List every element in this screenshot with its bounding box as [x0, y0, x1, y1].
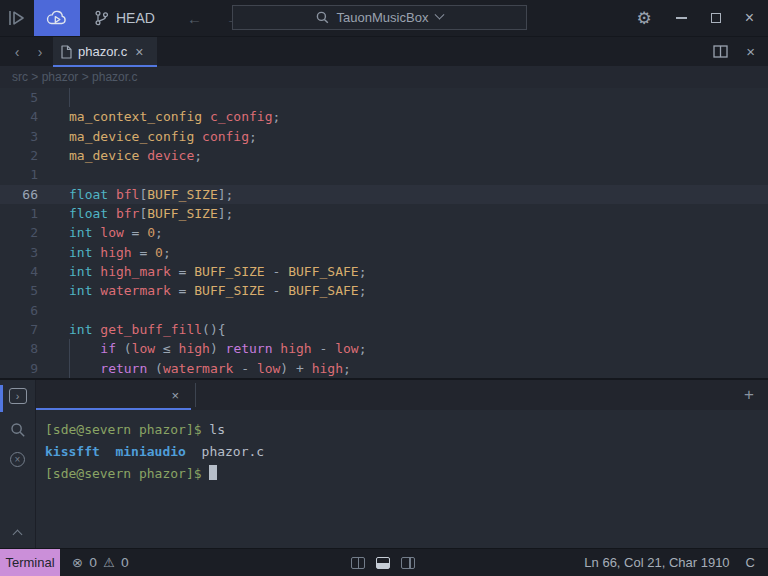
code-text[interactable]: return (watermark - low) + high; — [69, 359, 768, 378]
code-line[interactable]: 5int watermark = BUFF_SIZE - BUFF_SAFE; — [0, 281, 768, 300]
indent-guide — [69, 339, 70, 358]
search-panel-icon[interactable] — [10, 422, 26, 438]
close-icon[interactable]: × — [745, 13, 754, 23]
maximize-icon[interactable] — [711, 13, 721, 23]
code-text[interactable]: ma_device device; — [69, 146, 768, 165]
code-text[interactable]: int watermark = BUFF_SIZE - BUFF_SAFE; — [69, 281, 768, 300]
toggle-bottom-panel-icon[interactable] — [376, 557, 390, 569]
line-number: 6 — [0, 301, 40, 320]
workspace-name: TauonMusicBox — [337, 10, 429, 25]
code-line[interactable]: 6 — [0, 301, 768, 320]
problems-panel-icon[interactable]: × — [10, 452, 25, 467]
code-text[interactable] — [69, 88, 768, 107]
code-text[interactable]: if (low ≤ high) return high - low; — [69, 339, 768, 358]
code-line[interactable]: 1float bfr[BUFF_SIZE]; — [0, 204, 768, 223]
code-line[interactable]: 3ma_device_config config; — [0, 127, 768, 146]
code-text[interactable]: ma_device_config config; — [69, 127, 768, 146]
language-mode[interactable]: C — [746, 555, 755, 570]
toggle-left-panel-icon[interactable] — [351, 557, 365, 569]
code-line[interactable]: 4int high_mark = BUFF_SIZE - BUFF_SAFE; — [0, 262, 768, 281]
terminal-cursor — [209, 465, 217, 480]
toggle-right-panel-icon[interactable] — [401, 557, 415, 569]
code-text[interactable]: ma_context_config c_config; — [69, 107, 768, 126]
active-panel-indicator — [0, 385, 3, 412]
split-editor-icon[interactable] — [713, 45, 728, 58]
tab-close-icon[interactable]: × — [135, 44, 143, 60]
diagnostics[interactable]: ⊗ 0 ⚠ 0 — [72, 555, 129, 570]
status-bar: Terminal ⊗ 0 ⚠ 0 Ln 66, Col 21, Char 191… — [0, 548, 768, 576]
indent-guide — [69, 88, 70, 107]
code-text[interactable] — [69, 301, 768, 320]
git-branch-icon — [94, 10, 109, 26]
tab-prev-icon[interactable]: ‹ — [10, 44, 24, 60]
git-branch-control[interactable]: HEAD — [94, 10, 155, 26]
line-number: 1 — [0, 165, 40, 184]
terminal-tab[interactable]: × — [36, 380, 195, 410]
editor-close-icon[interactable]: × — [746, 43, 755, 60]
code-line[interactable]: 66float bfl[BUFF_SIZE]; — [0, 185, 768, 204]
terminal-line: kissfft miniaudio phazor.c — [45, 441, 768, 463]
code-line[interactable]: 2int low = 0; — [0, 223, 768, 242]
code-text[interactable]: int high = 0; — [69, 243, 768, 262]
code-line[interactable]: 2ma_device device; — [0, 146, 768, 165]
terminal-output[interactable]: [sde@severn phazor]$ lskissfft miniaudio… — [36, 410, 768, 548]
line-number: 3 — [0, 127, 40, 146]
errors-icon: ⊗ — [72, 555, 83, 570]
app-logo-icon — [0, 9, 34, 27]
code-text[interactable]: float bfl[BUFF_SIZE]; — [69, 185, 768, 204]
code-line[interactable]: 8 if (low ≤ high) return high - low; — [0, 339, 768, 358]
indent-guide — [69, 359, 70, 378]
mode-badge: Terminal — [0, 549, 60, 576]
code-line[interactable]: 1 — [0, 165, 768, 184]
cloud-play-icon — [45, 9, 69, 27]
gear-icon[interactable]: ⚙ — [636, 8, 651, 28]
code-text[interactable]: int get_buff_fill(){ — [69, 320, 768, 339]
cursor-position[interactable]: Ln 66, Col 21, Char 1910 — [584, 555, 729, 570]
code-line[interactable]: 7int get_buff_fill(){ — [0, 320, 768, 339]
code-text[interactable]: float bfr[BUFF_SIZE]; — [69, 204, 768, 223]
breadcrumb: src > phazor > phazor.c — [0, 66, 768, 88]
code-text[interactable]: int low = 0; — [69, 223, 768, 242]
code-text[interactable] — [69, 165, 768, 184]
line-number: 7 — [0, 320, 40, 339]
editor-tab-bar: ‹ › phazor.c × × — [0, 36, 768, 66]
file-icon — [61, 45, 72, 59]
code-editor[interactable]: 54ma_context_config c_config;3ma_device_… — [0, 88, 768, 378]
warnings-icon: ⚠ — [103, 555, 115, 570]
palette-search-box[interactable]: TauonMusicBox — [232, 5, 527, 30]
title-bar: HEAD ← → TauonMusicBox ⚙ × — [0, 0, 768, 36]
tab-phazor-c[interactable]: phazor.c × — [53, 37, 157, 67]
panel-icon-strip: › × — [0, 380, 36, 548]
code-text[interactable]: int high_mark = BUFF_SIZE - BUFF_SAFE; — [69, 262, 768, 281]
git-branch-label: HEAD — [116, 10, 155, 26]
line-number: 5 — [0, 88, 40, 107]
terminal-line: [sde@severn phazor]$ ls — [45, 419, 768, 441]
line-number: 3 — [0, 243, 40, 262]
back-icon[interactable]: ← — [187, 10, 202, 27]
code-line[interactable]: 9 return (watermark - low) + high; — [0, 359, 768, 378]
tab-separator — [195, 383, 196, 407]
warnings-count: 0 — [121, 555, 129, 570]
code-line[interactable]: 3int high = 0; — [0, 243, 768, 262]
chevron-down-icon — [435, 10, 445, 20]
terminal-panel-icon[interactable]: › — [9, 388, 27, 404]
terminal-line: [sde@severn phazor]$ — [45, 463, 768, 485]
minimize-icon[interactable] — [676, 17, 687, 19]
tab-label: phazor.c — [78, 44, 127, 59]
line-number: 4 — [0, 107, 40, 126]
errors-count: 0 — [89, 555, 97, 570]
code-line[interactable]: 4ma_context_config c_config; — [0, 107, 768, 126]
line-number: 8 — [0, 339, 40, 358]
expand-panel-icon[interactable] — [13, 530, 23, 540]
line-number: 5 — [0, 281, 40, 300]
bottom-panel: › × × + [sde@severn phazor]$ lskissfft m… — [0, 378, 768, 548]
code-line[interactable]: 5 — [0, 88, 768, 107]
terminal-tab-close-icon[interactable]: × — [171, 388, 179, 403]
search-icon — [316, 11, 329, 24]
remote-connection-button[interactable] — [34, 0, 80, 36]
new-terminal-icon[interactable]: + — [744, 385, 754, 404]
line-number: 66 — [0, 185, 40, 204]
line-number: 2 — [0, 146, 40, 165]
tab-next-icon[interactable]: › — [33, 44, 47, 60]
line-number: 2 — [0, 223, 40, 242]
